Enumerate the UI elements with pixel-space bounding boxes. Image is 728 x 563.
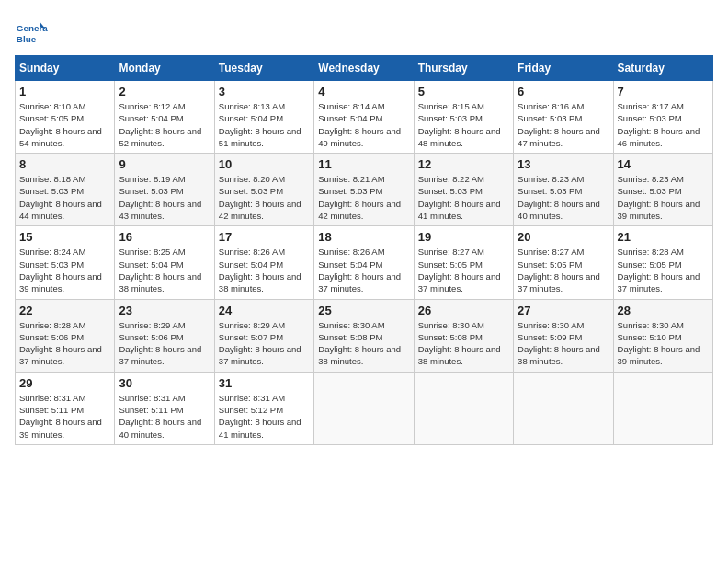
calendar-week-row: 22Sunrise: 8:28 AMSunset: 5:06 PMDayligh… (16, 299, 713, 372)
day-info: Sunrise: 8:22 AMSunset: 5:03 PMDaylight:… (418, 173, 509, 222)
weekday-header-cell: Monday (115, 56, 214, 81)
day-number: 14 (618, 157, 709, 171)
page-header: General Blue (15, 15, 713, 48)
day-info: Sunrise: 8:30 AMSunset: 5:08 PMDaylight:… (318, 319, 409, 368)
calendar-day-cell: 9Sunrise: 8:19 AMSunset: 5:03 PMDaylight… (115, 154, 214, 226)
weekday-header-cell: Sunday (16, 56, 115, 81)
calendar-day-cell: 14Sunrise: 8:23 AMSunset: 5:03 PMDayligh… (613, 154, 712, 226)
day-info: Sunrise: 8:27 AMSunset: 5:05 PMDaylight:… (418, 246, 509, 294)
day-info: Sunrise: 8:13 AMSunset: 5:04 PMDaylight:… (219, 100, 310, 149)
calendar-table: SundayMondayTuesdayWednesdayThursdayFrid… (15, 55, 713, 445)
calendar-day-cell (314, 372, 414, 444)
calendar-day-cell: 19Sunrise: 8:27 AMSunset: 5:05 PMDayligh… (414, 226, 513, 299)
day-number: 23 (119, 304, 210, 317)
day-number: 18 (318, 230, 409, 244)
logo-icon: General Blue (15, 15, 48, 48)
day-number: 28 (618, 304, 709, 317)
day-number: 11 (318, 157, 409, 171)
day-info: Sunrise: 8:27 AMSunset: 5:05 PMDaylight:… (518, 246, 609, 294)
calendar-day-cell: 13Sunrise: 8:23 AMSunset: 5:03 PMDayligh… (514, 154, 613, 226)
day-info: Sunrise: 8:23 AMSunset: 5:03 PMDaylight:… (518, 173, 609, 222)
day-number: 9 (119, 157, 210, 171)
calendar-week-row: 8Sunrise: 8:18 AMSunset: 5:03 PMDaylight… (16, 154, 713, 226)
day-number: 5 (418, 85, 509, 98)
day-info: Sunrise: 8:21 AMSunset: 5:03 PMDaylight:… (318, 173, 409, 222)
day-number: 16 (119, 230, 210, 244)
calendar-day-cell: 27Sunrise: 8:30 AMSunset: 5:09 PMDayligh… (514, 299, 613, 372)
day-info: Sunrise: 8:14 AMSunset: 5:04 PMDaylight:… (318, 100, 409, 149)
calendar-day-cell: 30Sunrise: 8:31 AMSunset: 5:11 PMDayligh… (115, 372, 214, 444)
calendar-week-row: 29Sunrise: 8:31 AMSunset: 5:11 PMDayligh… (16, 372, 713, 444)
calendar-day-cell: 15Sunrise: 8:24 AMSunset: 5:03 PMDayligh… (16, 226, 115, 299)
day-number: 26 (418, 304, 509, 317)
calendar-day-cell: 20Sunrise: 8:27 AMSunset: 5:05 PMDayligh… (514, 226, 613, 299)
day-info: Sunrise: 8:31 AMSunset: 5:12 PMDaylight:… (219, 392, 310, 441)
day-number: 13 (518, 157, 609, 171)
logo: General Blue (15, 15, 51, 48)
calendar-day-cell: 7Sunrise: 8:17 AMSunset: 5:03 PMDaylight… (613, 81, 712, 154)
calendar-day-cell: 6Sunrise: 8:16 AMSunset: 5:03 PMDaylight… (514, 81, 613, 154)
calendar-day-cell: 10Sunrise: 8:20 AMSunset: 5:03 PMDayligh… (214, 154, 313, 226)
day-info: Sunrise: 8:30 AMSunset: 5:10 PMDaylight:… (618, 319, 709, 368)
day-info: Sunrise: 8:24 AMSunset: 5:03 PMDaylight:… (19, 246, 110, 294)
calendar-day-cell (613, 372, 712, 444)
day-number: 19 (418, 230, 509, 244)
calendar-week-row: 1Sunrise: 8:10 AMSunset: 5:05 PMDaylight… (16, 81, 713, 154)
svg-text:Blue: Blue (17, 34, 37, 44)
day-number: 4 (318, 85, 409, 98)
day-info: Sunrise: 8:12 AMSunset: 5:04 PMDaylight:… (119, 100, 210, 149)
calendar-day-cell: 11Sunrise: 8:21 AMSunset: 5:03 PMDayligh… (314, 154, 414, 226)
calendar-day-cell: 2Sunrise: 8:12 AMSunset: 5:04 PMDaylight… (115, 81, 214, 154)
day-info: Sunrise: 8:19 AMSunset: 5:03 PMDaylight:… (119, 173, 210, 222)
day-info: Sunrise: 8:30 AMSunset: 5:09 PMDaylight:… (518, 319, 609, 368)
day-info: Sunrise: 8:29 AMSunset: 5:07 PMDaylight:… (219, 319, 310, 368)
calendar-day-cell: 23Sunrise: 8:29 AMSunset: 5:06 PMDayligh… (115, 299, 214, 372)
day-number: 6 (518, 85, 609, 98)
calendar-body: 1Sunrise: 8:10 AMSunset: 5:05 PMDaylight… (16, 81, 713, 445)
calendar-day-cell (414, 372, 513, 444)
day-number: 21 (618, 230, 709, 244)
weekday-header-cell: Wednesday (314, 56, 414, 81)
day-number: 8 (19, 157, 110, 171)
calendar-day-cell: 5Sunrise: 8:15 AMSunset: 5:03 PMDaylight… (414, 81, 513, 154)
day-info: Sunrise: 8:31 AMSunset: 5:11 PMDaylight:… (119, 392, 210, 441)
day-number: 25 (318, 304, 409, 317)
day-info: Sunrise: 8:26 AMSunset: 5:04 PMDaylight:… (219, 246, 310, 294)
calendar-day-cell: 29Sunrise: 8:31 AMSunset: 5:11 PMDayligh… (16, 372, 115, 444)
day-info: Sunrise: 8:26 AMSunset: 5:04 PMDaylight:… (318, 246, 409, 294)
day-info: Sunrise: 8:29 AMSunset: 5:06 PMDaylight:… (119, 319, 210, 368)
day-info: Sunrise: 8:28 AMSunset: 5:06 PMDaylight:… (19, 319, 110, 368)
weekday-header-cell: Tuesday (214, 56, 313, 81)
day-number: 1 (19, 85, 110, 98)
weekday-header-cell: Thursday (414, 56, 513, 81)
calendar-day-cell: 17Sunrise: 8:26 AMSunset: 5:04 PMDayligh… (214, 226, 313, 299)
calendar-day-cell: 12Sunrise: 8:22 AMSunset: 5:03 PMDayligh… (414, 154, 513, 226)
calendar-day-cell (514, 372, 613, 444)
calendar-day-cell: 31Sunrise: 8:31 AMSunset: 5:12 PMDayligh… (214, 372, 313, 444)
day-info: Sunrise: 8:31 AMSunset: 5:11 PMDaylight:… (19, 392, 110, 441)
calendar-day-cell: 1Sunrise: 8:10 AMSunset: 5:05 PMDaylight… (16, 81, 115, 154)
calendar-day-cell: 28Sunrise: 8:30 AMSunset: 5:10 PMDayligh… (613, 299, 712, 372)
calendar-day-cell: 21Sunrise: 8:28 AMSunset: 5:05 PMDayligh… (613, 226, 712, 299)
day-info: Sunrise: 8:18 AMSunset: 5:03 PMDaylight:… (19, 173, 110, 222)
calendar-day-cell: 8Sunrise: 8:18 AMSunset: 5:03 PMDaylight… (16, 154, 115, 226)
day-info: Sunrise: 8:10 AMSunset: 5:05 PMDaylight:… (19, 100, 110, 149)
day-info: Sunrise: 8:23 AMSunset: 5:03 PMDaylight:… (618, 173, 709, 222)
day-info: Sunrise: 8:28 AMSunset: 5:05 PMDaylight:… (618, 246, 709, 294)
day-info: Sunrise: 8:20 AMSunset: 5:03 PMDaylight:… (219, 173, 310, 222)
day-number: 12 (418, 157, 509, 171)
weekday-header-row: SundayMondayTuesdayWednesdayThursdayFrid… (16, 56, 713, 81)
weekday-header-cell: Saturday (613, 56, 712, 81)
day-number: 24 (219, 304, 310, 317)
calendar-day-cell: 18Sunrise: 8:26 AMSunset: 5:04 PMDayligh… (314, 226, 414, 299)
calendar-day-cell: 22Sunrise: 8:28 AMSunset: 5:06 PMDayligh… (16, 299, 115, 372)
day-number: 15 (19, 230, 110, 244)
day-info: Sunrise: 8:25 AMSunset: 5:04 PMDaylight:… (119, 246, 210, 294)
day-number: 22 (19, 304, 110, 317)
day-number: 2 (119, 85, 210, 98)
calendar-day-cell: 16Sunrise: 8:25 AMSunset: 5:04 PMDayligh… (115, 226, 214, 299)
day-info: Sunrise: 8:15 AMSunset: 5:03 PMDaylight:… (418, 100, 509, 149)
calendar-day-cell: 25Sunrise: 8:30 AMSunset: 5:08 PMDayligh… (314, 299, 414, 372)
day-info: Sunrise: 8:30 AMSunset: 5:08 PMDaylight:… (418, 319, 509, 368)
calendar-day-cell: 3Sunrise: 8:13 AMSunset: 5:04 PMDaylight… (214, 81, 313, 154)
